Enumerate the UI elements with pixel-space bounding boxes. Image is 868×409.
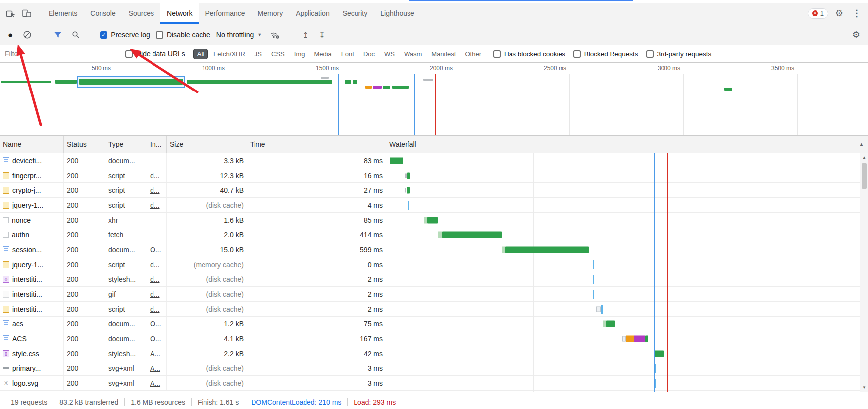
column-header-time[interactable]: Time [247, 136, 386, 153]
table-row[interactable]: interstiti...200gifd...(disk cache)2 ms [0, 287, 868, 302]
table-row[interactable]: authn200fetch2.0 kB414 ms [0, 227, 868, 242]
initiator-link[interactable]: d... [150, 275, 159, 283]
initiator-link[interactable]: d... [150, 186, 159, 194]
throttling-select[interactable]: No throttling ▼ [216, 31, 262, 39]
tab-performance[interactable]: Performance [199, 3, 251, 24]
table-row[interactable]: interstiti...200scriptd...(disk cache)2 … [0, 302, 868, 317]
tab-lighthouse[interactable]: Lighthouse [374, 3, 421, 24]
device-toolbar-button[interactable] [20, 7, 34, 19]
disable-cache-checkbox[interactable]: Disable cache [156, 31, 210, 39]
column-header-waterfall[interactable]: Waterfall▲ [386, 136, 868, 153]
waterfall-bar [427, 217, 438, 223]
clear-network-log-button[interactable] [21, 29, 34, 40]
time-cell: 2 ms [247, 287, 386, 301]
column-header-name[interactable]: Name [0, 136, 64, 153]
filter-input[interactable] [4, 49, 117, 58]
type-cell: svg+xml [105, 376, 147, 390]
search-button[interactable] [70, 30, 82, 40]
tab-security[interactable]: Security [336, 3, 374, 24]
request-name: session... [12, 246, 42, 254]
table-row[interactable]: jquery-1...200scriptd...(disk cache)4 ms [0, 198, 868, 213]
table-row[interactable]: crypto-j...200scriptd...40.7 kB27 ms [0, 183, 868, 198]
table-row[interactable]: primary...200svg+xmlA...(disk cache)3 ms [0, 361, 868, 376]
table-row[interactable]: jquery-1...200scriptd...(memory cache)0 … [0, 257, 868, 272]
network-conditions-button[interactable] [268, 30, 282, 40]
size-cell: 40.7 kB [167, 183, 247, 197]
tab-console[interactable]: Console [84, 3, 122, 24]
table-row[interactable]: ✳logo.svg200svg+xmlA...(disk cache)3 ms [0, 376, 868, 391]
initiator-link[interactable]: d... [150, 305, 159, 313]
tab-network[interactable]: Network [160, 3, 199, 24]
column-header-label: Waterfall [389, 140, 416, 148]
tab-elements[interactable]: Elements [42, 3, 84, 24]
preserve-log-checkbox[interactable]: ✓ Preserve log [100, 31, 150, 39]
page-content-strip [0, 0, 868, 3]
table-row[interactable]: {}interstiti...200stylesh...d...(disk ca… [0, 272, 868, 287]
filter-pill-manifest[interactable]: Manifest [427, 49, 460, 59]
inspect-element-button[interactable] [4, 7, 18, 19]
request-name: interstiti... [12, 275, 42, 283]
tab-memory[interactable]: Memory [252, 3, 290, 24]
checkbox-label: Blocked Requests [584, 50, 638, 58]
initiator-link[interactable]: d... [150, 172, 159, 180]
initiator-link[interactable]: A... [150, 364, 160, 372]
throttling-value: No throttling [216, 31, 254, 39]
hide-data-urls-checkbox[interactable]: Hide data URLs [125, 50, 185, 58]
blocked-requests-checkbox[interactable]: Blocked Requests [573, 50, 638, 58]
column-header-type[interactable]: Type [105, 136, 147, 153]
initiator-link[interactable]: d... [150, 201, 159, 209]
filter-pill-all[interactable]: All [193, 49, 208, 59]
type-cell: stylesh... [105, 272, 147, 286]
filter-pill-css[interactable]: CSS [267, 49, 289, 59]
initiator-link[interactable]: A... [150, 379, 160, 387]
filter-pill-fetch-xhr[interactable]: Fetch/XHR [209, 49, 249, 59]
timeline-tick-label: 2500 ms [527, 65, 566, 72]
initiator-cell: d... [147, 168, 167, 182]
table-row[interactable]: {}style.css200stylesh...A...2.2 kB42 ms [0, 346, 868, 361]
record-icon: ● [8, 31, 13, 39]
checkbox-box-icon [125, 50, 133, 58]
overview-activity-segment [321, 77, 329, 79]
initiator-link[interactable]: d... [150, 290, 159, 298]
scroll-down-icon[interactable]: ▼ [860, 383, 868, 392]
scroll-up-icon[interactable]: ▲ [860, 153, 868, 162]
table-row[interactable]: ACS200docum...O...4.1 kB167 ms [0, 331, 868, 346]
import-har-button[interactable]: ↥ [300, 29, 310, 41]
table-row[interactable]: devicefi...200docum...3.3 kB83 ms [0, 153, 868, 168]
column-header-in[interactable]: In... [147, 136, 167, 153]
table-row[interactable]: fingerpr...200scriptd...12.3 kB16 ms [0, 168, 868, 183]
error-badge[interactable]: ✕ 1 [808, 8, 828, 19]
vertical-scrollbar[interactable]: ▲ ▼ [860, 153, 868, 392]
network-settings-button[interactable]: ⚙ [850, 28, 862, 41]
overview-timeline[interactable]: 500 ms1000 ms1500 ms2000 ms2500 ms3000 m… [0, 63, 868, 136]
column-header-size[interactable]: Size [167, 136, 247, 153]
filter-pill-img[interactable]: Img [290, 49, 309, 59]
filter-pill-js[interactable]: JS [251, 49, 266, 59]
tab-sources[interactable]: Sources [122, 3, 160, 24]
scrollbar-thumb[interactable] [862, 163, 867, 189]
filter-pill-wasm[interactable]: Wasm [400, 49, 426, 59]
3rd-party-requests-checkbox[interactable]: 3rd-party requests [646, 50, 712, 58]
filter-pill-ws[interactable]: WS [380, 49, 399, 59]
filter-pill-media[interactable]: Media [310, 49, 335, 59]
export-har-button[interactable]: ↧ [317, 29, 327, 41]
size-cell: (disk cache) [167, 361, 247, 375]
record-network-log-button[interactable]: ● [6, 30, 15, 40]
initiator-link[interactable]: d... [150, 261, 159, 269]
filter-pill-other[interactable]: Other [461, 49, 485, 59]
waterfall-bar [424, 217, 427, 223]
filter-pill-doc[interactable]: Doc [359, 49, 379, 59]
devtools-settings-button[interactable]: ⚙ [833, 7, 845, 20]
initiator-link[interactable]: A... [150, 350, 160, 358]
has-blocked-cookies-checkbox[interactable]: Has blocked cookies [493, 50, 565, 58]
table-row[interactable]: nonce200xhr1.6 kB85 ms [0, 213, 868, 227]
status-bar: 19 requests83.2 kB transferred1.6 MB res… [0, 392, 868, 409]
more-options-button[interactable]: ⋮ [850, 7, 863, 20]
tab-application[interactable]: Application [289, 3, 336, 24]
filter-toggle-button[interactable] [52, 30, 64, 39]
filter-pill-font[interactable]: Font [337, 49, 358, 59]
column-header-status[interactable]: Status [64, 136, 105, 153]
waterfall-cell [386, 227, 860, 242]
table-row[interactable]: session...200docum...O...15.0 kB599 ms [0, 242, 868, 257]
table-row[interactable]: acs200docum...O...1.2 kB75 ms [0, 317, 868, 331]
